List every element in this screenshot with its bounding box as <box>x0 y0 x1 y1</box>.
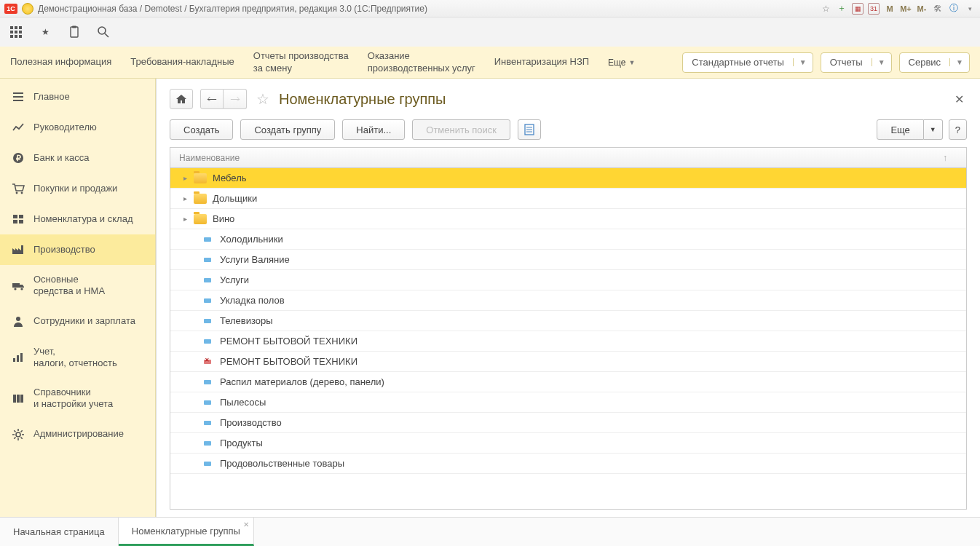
row-label: Укладка полов <box>220 295 285 306</box>
apps-icon[interactable] <box>9 25 23 39</box>
memory-m[interactable]: M <box>884 3 896 15</box>
memory-mplus[interactable]: M+ <box>900 3 912 15</box>
expander-icon[interactable]: ▸ <box>183 215 194 223</box>
svg-rect-24 <box>20 395 23 403</box>
table-row[interactable]: ▸Вино <box>170 209 966 229</box>
more-button[interactable]: Еще <box>877 119 923 140</box>
table-row[interactable]: РЕМОНТ БЫТОВОЙ ТЕХНИКИ <box>170 331 966 352</box>
plus-icon[interactable]: ＋ <box>836 3 847 15</box>
cmd-link[interactable]: Отчеты производства за смену <box>253 50 349 75</box>
info-dropdown-icon[interactable]: ▾ <box>964 3 976 15</box>
chart-icon <box>12 121 25 134</box>
cmd-link[interactable]: Требования-накладные <box>130 56 234 68</box>
std-reports-label: Стандартные отчеты <box>683 57 792 68</box>
item-icon <box>204 278 211 282</box>
table-row[interactable]: Укладка полов <box>170 290 966 311</box>
table-row[interactable]: Услуги <box>170 270 966 290</box>
sidebar-item[interactable]: Администрирование <box>0 419 155 450</box>
sidebar-item[interactable]: ₽Банк и касса <box>0 143 155 173</box>
table-row[interactable]: Производство <box>170 413 966 433</box>
sidebar-item[interactable]: Покупки и продажи <box>0 173 155 204</box>
expander-icon[interactable]: ▸ <box>183 194 194 202</box>
cmd-more[interactable]: Еще ▼ <box>608 58 635 68</box>
app-icon <box>22 3 33 15</box>
more-dropdown[interactable]: ▼ <box>924 119 943 140</box>
back-button[interactable]: 🡐 <box>200 89 224 109</box>
truck-icon <box>12 279 25 292</box>
row-label: Вино <box>213 213 234 224</box>
sidebar-item-label: Главное <box>33 91 70 103</box>
search-icon[interactable] <box>96 25 111 39</box>
books-icon <box>12 392 25 405</box>
window-title: Демонстрационная база / Demotest / Бухга… <box>38 4 427 14</box>
close-page-button[interactable]: ✕ <box>952 92 967 106</box>
sidebar-item[interactable]: Главное <box>0 82 155 112</box>
tab-start[interactable]: Начальная страница <box>0 518 119 546</box>
cmd-link[interactable]: Инвентаризация НЗП <box>494 56 589 68</box>
create-button[interactable]: Создать <box>170 119 233 140</box>
find-button[interactable]: Найти... <box>342 119 405 140</box>
table-row[interactable]: Телевизоры <box>170 311 966 331</box>
memory-mminus[interactable]: M- <box>916 3 928 15</box>
cmd-link[interactable]: Полезная информация <box>10 56 111 68</box>
table-row[interactable]: Услуги Валяние <box>170 250 966 270</box>
expander-icon[interactable]: ▸ <box>183 174 194 182</box>
item-icon <box>204 421 211 425</box>
tab-current[interactable]: Номенклатурные группы ✕ <box>119 518 254 546</box>
table-row[interactable]: ▸Дольщики <box>170 189 966 209</box>
table-row[interactable]: Пылесосы <box>170 392 966 413</box>
row-label: Распил материалов (дерево, панели) <box>220 376 384 387</box>
row-label: Продовольственные товары <box>220 458 344 469</box>
table-row[interactable]: РЕМОНТ БЫТОВОЙ ТЕХНИКИ <box>170 352 966 372</box>
table-row[interactable]: ▸Мебель <box>170 168 966 189</box>
deleted-item-icon <box>204 360 211 364</box>
sidebar-item-label: Покупки и продажи <box>33 183 117 194</box>
favorite-page-icon[interactable]: ☆ <box>254 90 272 108</box>
calc-icon[interactable]: ▦ <box>852 3 864 15</box>
list-view-button[interactable] <box>518 119 541 140</box>
service-button[interactable]: Сервис ▼ <box>899 52 970 73</box>
svg-rect-21 <box>20 353 23 362</box>
sidebar-item-label: Руководителю <box>33 122 97 133</box>
sidebar-item[interactable]: Справочники и настройки учета <box>0 378 155 419</box>
sidebar-item[interactable]: Основные средства и НМА <box>0 265 155 306</box>
item-icon <box>204 400 211 405</box>
sidebar-item[interactable]: Учет, налоги, отчетность <box>0 337 155 379</box>
row-label: Производство <box>220 417 282 428</box>
table-row[interactable]: Холодильники <box>170 229 966 250</box>
sidebar-item[interactable]: Номенклатура и склад <box>0 204 155 234</box>
item-icon <box>204 319 211 323</box>
svg-point-25 <box>16 432 20 437</box>
table-body[interactable]: ▸Мебель▸Дольщики▸ВиноХолодильникиУслуги … <box>170 168 966 509</box>
calendar-icon[interactable]: 31 <box>868 3 880 15</box>
row-label: Холодильники <box>220 234 283 245</box>
table-row[interactable]: Продукты <box>170 433 966 454</box>
cmd-link[interactable]: Оказание производственных услуг <box>368 50 475 75</box>
table-row[interactable]: Распил материалов (дерево, панели) <box>170 372 966 392</box>
clipboard-icon[interactable] <box>67 25 82 39</box>
sidebar-item-label: Банк и касса <box>33 152 90 164</box>
ruble-icon: ₽ <box>12 151 25 165</box>
table-header[interactable]: Наименование ↑ <box>170 148 966 168</box>
star-icon[interactable]: ★ <box>38 25 52 39</box>
chevron-down-icon: ▼ <box>930 126 936 133</box>
home-button[interactable] <box>170 89 193 109</box>
help-button[interactable]: ? <box>949 119 967 140</box>
svg-point-10 <box>21 192 23 194</box>
sidebar-item[interactable]: Производство <box>0 234 155 265</box>
svg-rect-1 <box>72 26 76 28</box>
tab-close-icon[interactable]: ✕ <box>243 521 249 529</box>
info-icon[interactable]: ⓘ <box>948 3 960 15</box>
sidebar-item[interactable]: Руководителю <box>0 112 155 143</box>
create-group-button[interactable]: Создать группу <box>240 119 335 140</box>
std-reports-button[interactable]: Стандартные отчеты ▼ <box>682 52 813 73</box>
tools-icon[interactable]: 🛠 <box>932 3 944 15</box>
forward-button[interactable]: 🡒 <box>224 89 247 109</box>
favorite-icon[interactable]: ☆ <box>820 3 831 15</box>
table-row[interactable]: Продовольственные товары <box>170 454 966 474</box>
item-icon <box>204 462 211 466</box>
row-label: РЕМОНТ БЫТОВОЙ ТЕХНИКИ <box>220 356 357 367</box>
sidebar-item[interactable]: Сотрудники и зарплата <box>0 306 155 337</box>
row-label: Пылесосы <box>220 397 266 408</box>
reports-button[interactable]: Отчеты ▼ <box>821 52 892 73</box>
